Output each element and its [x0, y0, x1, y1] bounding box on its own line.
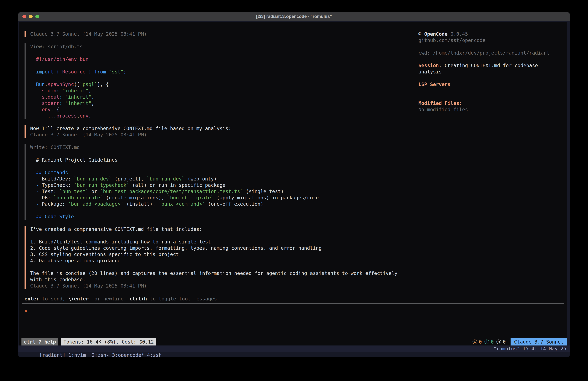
terminal-line: analysis: [419, 69, 564, 75]
tmux-window-1[interactable]: 1:nvim: [68, 352, 86, 357]
tool-call-write-file: Write: CONTEXT.md # Radiant Project Guid…: [24, 144, 415, 220]
tool-call-title: View: script/db.ts: [30, 44, 415, 50]
window-titlebar[interactable]: [2/3] radiant:3:opencode - "romulus": [18, 12, 570, 21]
session-sidebar: © OpenCode 0.0.45github.com/sst/opencode…: [419, 31, 564, 113]
text-token: to toggle tool messages: [147, 296, 217, 302]
text-token: `bun run dev`: [74, 176, 112, 182]
text-token: ,: [88, 113, 91, 119]
message-text: Now I'll create a comprehensive CONTEXT.…: [30, 125, 415, 132]
warning-count-value: 0: [479, 339, 482, 345]
help-chip[interactable]: ctrl+? help: [21, 338, 58, 345]
text-token: :: [57, 88, 59, 93]
status-bar: ctrl+? help Tokens: 16.4K (8%), Cost: $0…: [21, 338, 567, 345]
text-token: ctrl+h: [129, 296, 147, 302]
text-token: "inherit": [62, 94, 91, 100]
tmux-status-bar: [radiant]1:nvim2:zsh-3:opencode*4:zsh "r…: [18, 345, 570, 352]
text-token: 2. Code style guidelines covering import…: [30, 245, 322, 251]
text-token: \+enter: [68, 296, 89, 302]
terminal-line: 1. Build/lint/test commands including ho…: [30, 239, 415, 245]
assistant-message: I've created a comprehensive CONTEXT.md …: [24, 226, 415, 289]
tmux-window-2[interactable]: 2:zsh-: [92, 352, 109, 357]
text-token: with this codebase.: [30, 277, 85, 282]
info-icon: ⓘ: [484, 339, 489, 345]
text-token: ,: [91, 94, 94, 100]
text-token: `psql`: [80, 82, 97, 87]
warning-icon: ⓦ: [472, 339, 477, 345]
text-token: : Creating CONTEXT.md for codebase: [439, 63, 538, 68]
code-block: #!/usr/bin/env bun import { Resource } f…: [30, 56, 415, 119]
text-token: ([: [74, 82, 80, 87]
text-token: -: [30, 201, 39, 207]
text-token: (install),: [124, 201, 158, 207]
spacer: [30, 151, 415, 157]
markdown-block: # Radiant Project Guidelines ## Commands…: [30, 157, 415, 220]
terminal-line: stdout: "inherit",: [30, 94, 415, 100]
terminal-line: [30, 75, 415, 81]
terminal-line: stdin: "inherit",: [30, 88, 415, 94]
terminal-line: [419, 56, 564, 62]
text-token: # Radiant Project Guidelines: [30, 157, 118, 163]
text-token: from: [94, 69, 106, 75]
terminal-line: [419, 88, 564, 94]
terminal-line: © OpenCode 0.0.45: [419, 31, 564, 37]
terminal-line: cwd: /home/thdxr/dev/projects/radiant/ra…: [419, 50, 564, 56]
window-title: [2/3] radiant:3:opencode - "romulus": [18, 12, 570, 21]
text-token: (one-off execution): [205, 201, 263, 207]
text-token: Resource: [62, 69, 86, 75]
text-token: 1. Build/lint/test commands including ho…: [30, 239, 211, 245]
text-token: (project),: [112, 176, 147, 182]
text-token: }: [85, 69, 94, 75]
model-selector-chip[interactable]: Claude 3.7 Sonnet: [510, 338, 567, 345]
spacer: [24, 37, 415, 44]
spacer: [30, 50, 415, 56]
terminal-line: enter to send, \+enter for newline, ctrl…: [24, 296, 217, 302]
status-right: ⓦ0 ⓘ0 ⓗ0 Claude 3.7 Sonnet: [472, 338, 567, 345]
terminal-line: Modified Files:: [419, 100, 564, 106]
text-token: ,: [88, 88, 91, 93]
text-token: process: [57, 113, 77, 119]
text-token: -: [30, 176, 39, 182]
text-token: {: [54, 69, 62, 75]
tmux-window-4[interactable]: 4:zsh: [147, 352, 162, 357]
assistant-message: Now I'll create a comprehensive CONTEXT.…: [24, 125, 415, 138]
text-token: ## Commands: [30, 170, 68, 175]
text-token: 4. Database operations guidance: [30, 258, 121, 264]
text-token: ©: [419, 31, 424, 37]
input-divider: [22, 303, 564, 304]
hint-icon: ⓗ: [496, 339, 501, 345]
text-token: analysis: [419, 69, 442, 75]
tmux-session-name: [radiant]: [39, 352, 65, 357]
text-token: "sst": [106, 69, 124, 75]
prompt-chevron-icon: >: [24, 308, 27, 314]
terminal-line: The file is concise (20 lines) and captu…: [30, 270, 415, 276]
text-token: `bun add <package>`: [68, 201, 124, 207]
terminal-line: LSP Servers: [419, 81, 564, 88]
spacer: [24, 119, 415, 125]
text-token: for newline,: [89, 296, 129, 302]
terminal-line: ## Code Style: [30, 213, 415, 220]
text-token: Session: [419, 63, 439, 68]
tmux-host-clock: "romulus" 15:41 14-May-25: [493, 345, 566, 352]
text-token: `bun test`: [59, 189, 89, 194]
text-token: DB:: [39, 195, 53, 201]
tmux-window-3[interactable]: 3:opencode*: [112, 352, 144, 357]
text-token: I've created a comprehensive CONTEXT.md …: [30, 226, 202, 232]
terminal-line: stderr: "inherit",: [30, 100, 415, 106]
text-token: (web only): [185, 176, 217, 182]
terminal-line: - Build/Dev: `bun run dev` (project), `b…: [30, 176, 415, 182]
terminal-line: - TypeCheck: `bun run typecheck` (all) o…: [30, 182, 415, 188]
terminal-line: [30, 163, 415, 169]
text-token: Modified Files:: [419, 100, 462, 106]
text-token: :: [59, 100, 62, 106]
text-token: Package:: [39, 201, 68, 207]
text-token: ...: [30, 113, 57, 119]
terminal-line: [30, 62, 415, 69]
text-token: `bun test packages/core/test/transaction…: [100, 189, 243, 194]
chat-history: Claude 3.7 Sonnet (14 May 2025 03:41 PM)…: [24, 31, 415, 289]
terminal-line: I've created a comprehensive CONTEXT.md …: [30, 226, 415, 232]
message-body: I've created a comprehensive CONTEXT.md …: [30, 226, 415, 289]
text-token: -: [30, 189, 39, 194]
spacer: [24, 220, 415, 226]
text-token: :: [50, 107, 53, 112]
message-input[interactable]: >: [19, 306, 567, 336]
